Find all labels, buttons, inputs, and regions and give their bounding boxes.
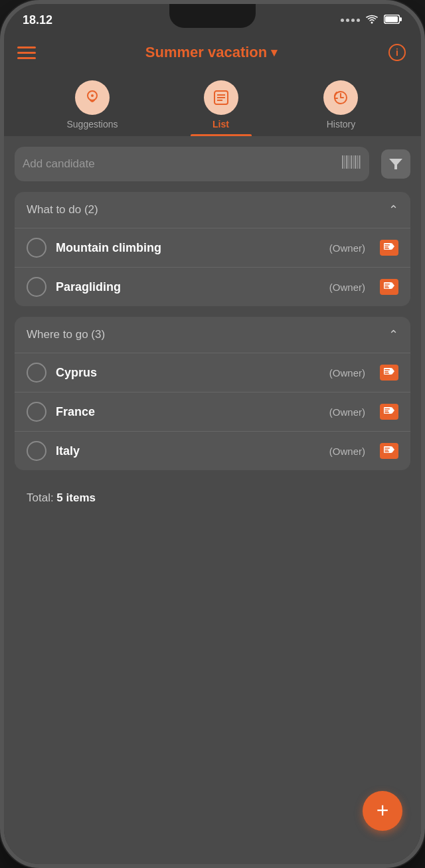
svg-rect-32 [384, 288, 389, 289]
svg-rect-16 [349, 155, 349, 169]
list-item: Cyprus (Owner) [15, 353, 410, 392]
svg-rect-37 [384, 373, 389, 375]
tab-history[interactable]: History [310, 75, 371, 136]
header-top: Summer vacation ▾ i [17, 42, 408, 63]
trip-name: Summer vacation [145, 44, 267, 61]
chevron-down-icon: ▾ [271, 45, 277, 60]
item-label-cyprus: Cyprus [56, 366, 320, 380]
svg-rect-14 [345, 155, 345, 169]
item-owner-italy: (Owner) [329, 446, 365, 457]
list-item: Paragliding (Owner) [15, 267, 410, 306]
section-what-to-do-chevron: ⌃ [388, 203, 398, 217]
svg-marker-39 [392, 407, 394, 414]
trip-title[interactable]: Summer vacation ▾ [145, 44, 277, 61]
tab-list-label: List [212, 119, 229, 136]
item-owner-paragliding: (Owner) [329, 282, 365, 293]
svg-marker-34 [392, 368, 394, 375]
battery-icon [384, 15, 402, 27]
status-time: 18.12 [23, 13, 52, 27]
item-label-italy: Italy [56, 444, 320, 458]
info-button[interactable]: i [386, 42, 408, 63]
app-content: Summer vacation ▾ i [4, 31, 421, 864]
list-item: Mountain climbing (Owner) [15, 228, 410, 267]
phone-inner: 18.12 [4, 4, 421, 864]
section-where-to-go-header[interactable]: Where to go (3) ⌃ [15, 317, 410, 353]
list-item: Italy (Owner) [15, 431, 410, 470]
total-prefix: Total: [27, 491, 56, 504]
list-icon-circle [204, 80, 238, 115]
list-content: What to do (2) ⌃ Mountain climbing (Owne… [4, 192, 421, 864]
tab-history-label: History [327, 119, 356, 136]
total-value: 5 items [56, 491, 96, 504]
menu-button[interactable] [17, 46, 36, 59]
svg-text:i: i [396, 47, 398, 58]
item-owner-mountain-climbing: (Owner) [329, 242, 365, 254]
svg-rect-40 [384, 408, 390, 410]
svg-rect-42 [384, 412, 389, 414]
item-edit-mountain-climbing[interactable] [380, 240, 398, 256]
wifi-icon [365, 15, 379, 27]
svg-rect-19 [355, 155, 357, 169]
total-bar: Total: 5 items [15, 481, 410, 515]
list-item: France (Owner) [15, 392, 410, 431]
search-bar[interactable]: Add candidate [15, 147, 369, 181]
item-radio-paragliding[interactable] [27, 277, 46, 297]
svg-point-0 [371, 21, 373, 23]
svg-rect-2 [400, 17, 402, 21]
svg-rect-47 [384, 452, 389, 453]
item-radio-mountain-climbing[interactable] [27, 238, 46, 258]
item-radio-italy[interactable] [27, 441, 46, 461]
signal-icon [341, 19, 360, 22]
section-where-to-go: Where to go (3) ⌃ Cyprus (Owner) [15, 317, 410, 470]
history-icon-circle [323, 80, 358, 115]
svg-rect-31 [384, 286, 388, 287]
svg-rect-13 [342, 155, 343, 169]
item-owner-cyprus: (Owner) [329, 367, 365, 379]
status-icons [341, 15, 402, 27]
svg-rect-21 [359, 155, 361, 169]
search-bar-container: Add candidate [4, 136, 421, 192]
svg-rect-36 [384, 371, 388, 373]
svg-rect-17 [351, 155, 352, 169]
item-edit-cyprus[interactable] [380, 365, 398, 381]
item-label-paragliding: Paragliding [56, 280, 320, 294]
tab-suggestions-label: Suggestions [66, 119, 118, 136]
add-fab-button[interactable]: + [363, 791, 402, 831]
tab-suggestions[interactable]: Suggestions [53, 75, 131, 136]
item-edit-paragliding[interactable] [380, 279, 398, 295]
notch [169, 4, 256, 28]
add-fab-icon: + [377, 800, 389, 821]
filter-button[interactable] [381, 149, 410, 179]
phone-frame: 18.12 [0, 0, 425, 868]
section-what-to-do-header[interactable]: What to do (2) ⌃ [15, 192, 410, 228]
svg-rect-27 [384, 248, 389, 250]
svg-marker-24 [392, 243, 394, 250]
svg-marker-22 [389, 159, 402, 169]
section-what-to-do: What to do (2) ⌃ Mountain climbing (Owne… [15, 192, 410, 306]
svg-marker-29 [392, 282, 394, 289]
section-where-to-go-title: Where to go (3) [27, 328, 105, 341]
svg-rect-46 [384, 450, 388, 451]
item-edit-france[interactable] [380, 404, 398, 420]
suggestions-icon-circle [75, 80, 110, 115]
tabs: Suggestions List [17, 75, 408, 136]
tab-list[interactable]: List [191, 75, 252, 136]
item-radio-cyprus[interactable] [27, 363, 46, 383]
section-what-to-do-title: What to do (2) [27, 203, 98, 217]
section-where-to-go-chevron: ⌃ [388, 327, 398, 342]
header: Summer vacation ▾ i [4, 31, 421, 136]
item-radio-france[interactable] [27, 402, 46, 422]
item-edit-italy[interactable] [380, 443, 398, 459]
svg-rect-35 [384, 369, 390, 371]
svg-rect-20 [357, 155, 358, 169]
svg-rect-3 [385, 16, 398, 22]
svg-rect-25 [384, 244, 390, 246]
item-label-france: France [56, 405, 320, 419]
svg-point-7 [91, 94, 94, 97]
svg-rect-45 [384, 448, 390, 449]
item-label-mountain-climbing: Mountain climbing [56, 241, 320, 255]
svg-rect-26 [384, 246, 388, 248]
item-owner-france: (Owner) [329, 406, 365, 418]
svg-rect-41 [384, 410, 388, 412]
svg-rect-30 [384, 284, 390, 285]
